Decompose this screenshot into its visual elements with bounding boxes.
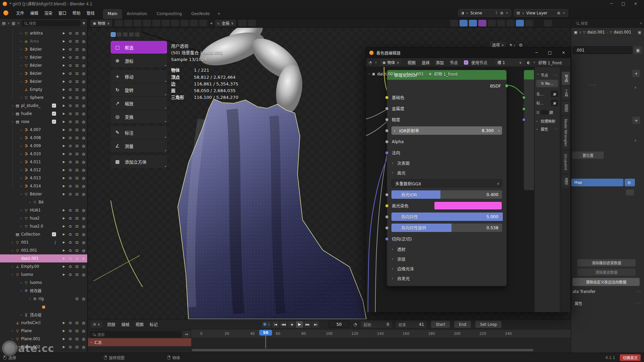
expand-arrow-icon[interactable] <box>19 79 23 84</box>
expand-arrow-icon[interactable] <box>19 168 23 172</box>
selectable-icon[interactable]: ➤ <box>61 39 66 44</box>
disable-viewport-icon[interactable]: ⊡ <box>75 248 79 253</box>
collapse-arrow-icon[interactable]: ◀ <box>210 21 212 25</box>
disable-viewport-icon[interactable]: ⊡ <box>75 321 79 325</box>
expand-arrow-icon[interactable] <box>19 128 23 132</box>
selectable-icon[interactable]: ➤ <box>61 216 66 221</box>
tool-button[interactable]: ▦ 添加立方体 <box>111 155 167 168</box>
output-node-partial[interactable] <box>524 70 534 190</box>
toggle-icon[interactable] <box>111 32 116 37</box>
expand-arrow-icon[interactable] <box>19 289 23 293</box>
disable-render-icon[interactable]: ◎ <box>82 264 86 269</box>
node-panel-header[interactable]: ›节点∷∷ <box>536 72 558 78</box>
color-swatch[interactable] <box>434 201 502 210</box>
node-row[interactable]: 基础色 ‹ › ∨ <box>387 92 506 103</box>
node-row[interactable]: 透射 ‹ › ∨ <box>387 244 506 254</box>
shading-icon[interactable] <box>460 20 468 26</box>
disable-viewport-icon[interactable]: ⊡ <box>75 128 79 132</box>
collection-checkbox[interactable]: ✓ <box>52 232 56 236</box>
hide-eye-icon[interactable]: ⊙ <box>68 55 72 60</box>
outliner-row[interactable]: Plane ✓ ➤ ⊙ ⊡ ◎ <box>0 327 87 335</box>
outliner-row[interactable]: rose ✓ ➤ ⊙ ⊡ ◎ <box>0 118 87 126</box>
disable-render-icon[interactable]: ◎ <box>82 184 86 188</box>
workspace-tab[interactable]: Compositing <box>152 9 186 19</box>
menu-item[interactable]: 渲染 <box>41 9 55 17</box>
outliner-row[interactable]: Bézier ✓ ➤ ⊙ ⊡ ◎ <box>0 77 87 85</box>
expand-arrow-icon[interactable] <box>19 192 23 196</box>
transport-button[interactable]: ▶ <box>296 321 303 328</box>
outliner-row[interactable]: pl_studio_ ✓ ➤ ⊙ ⊡ ◎ <box>0 102 87 110</box>
transform-orientation-selector[interactable]: ∟全局∨ <box>215 20 236 26</box>
shading-icon[interactable] <box>469 20 477 26</box>
expand-arrow-icon[interactable] <box>19 152 23 156</box>
expand-arrow-icon[interactable] <box>28 297 32 301</box>
selectable-icon[interactable]: ➤ <box>61 321 66 325</box>
node-name-field[interactable]: 名...▣ <box>536 90 558 97</box>
node-socket[interactable] <box>385 96 389 99</box>
clear-skin-data-button[interactable]: 清除蒙皮数据 <box>577 268 636 276</box>
editor-type-selector[interactable]: ◔∨ <box>91 321 102 328</box>
expand-arrow-icon[interactable] <box>10 329 15 333</box>
selectable-icon[interactable]: ➤ <box>61 71 66 76</box>
disable-render-icon[interactable]: ◎ <box>82 224 86 229</box>
timeline-scrollbar[interactable] <box>192 349 533 351</box>
outliner-row[interactable]: nurbsCircl ✓ ➤ ⊙ ⊡ ◎ <box>0 319 87 327</box>
disable-render-icon[interactable]: ◎ <box>82 112 86 116</box>
shading-icon[interactable] <box>535 20 543 26</box>
outliner-row[interactable]: ✓ ➤ ⊙ ⊡ ◎ <box>0 303 87 311</box>
node-socket[interactable] <box>385 140 389 143</box>
small-button[interactable] <box>626 189 634 195</box>
hide-eye-icon[interactable]: ⊙ <box>68 192 72 196</box>
snap-icon[interactable] <box>238 20 247 26</box>
expand-arrow-icon[interactable] <box>19 31 23 36</box>
hide-eye-icon[interactable]: ⊙ <box>68 176 72 180</box>
expand-arrow-icon[interactable] <box>19 136 23 140</box>
outliner-row[interactable]: 001 ∫ ✓ ➤ ⊙ ⊡ ◎ <box>0 238 87 246</box>
shading-icon[interactable] <box>544 20 552 26</box>
attributes-panel-header[interactable]: 属性∷∷ <box>575 301 641 306</box>
shading-icon[interactable] <box>516 20 524 26</box>
display-mode-icon[interactable]: ▥ <box>12 21 15 25</box>
auto-key-button[interactable]: ∨ <box>262 321 271 328</box>
outliner-row[interactable]: Collection ✓ ➤ ⊙ ⊡ ◎ <box>0 230 87 238</box>
timeline-menu-item[interactable]: 标记 <box>147 320 161 328</box>
hide-eye-icon[interactable]: ⊙ <box>68 96 72 100</box>
node-row[interactable]: 高光IOR ‹ 0.400 › ∨ <box>387 189 506 200</box>
disable-viewport-icon[interactable]: ⊡ <box>75 112 79 116</box>
shader-editor-window[interactable]: 着色器编辑器 ─ □ × ◔∨ ▣物体∨ 视图选择添加节点 ✓ 使用节点 槽 1… <box>366 47 571 312</box>
disable-viewport-icon[interactable]: ⊡ <box>75 273 79 277</box>
expand-arrow-icon[interactable] <box>19 160 23 164</box>
hide-eye-icon[interactable]: ⊙ <box>68 216 72 221</box>
expand-arrow-icon[interactable] <box>10 104 15 108</box>
hide-eye-icon[interactable]: ⊙ <box>68 248 72 253</box>
node-socket[interactable] <box>385 226 389 230</box>
disable-viewport-icon[interactable]: ⊡ <box>75 297 79 301</box>
node-color-row[interactable]: ☰颜 <box>536 110 558 115</box>
disable-render-icon[interactable]: ◎ <box>82 79 86 84</box>
sidebar-tab[interactable]: 视图 <box>562 101 570 115</box>
selectable-icon[interactable]: ➤ <box>61 224 66 229</box>
outliner-row[interactable]: Bé ✓ ➤ ⊙ ⊡ ◎ <box>0 198 87 206</box>
texture-mapping-panel[interactable]: ›纹理映射 <box>536 118 558 124</box>
outliner-row[interactable]: 4.012 ✓ ➤ ⊙ ⊡ ◎ <box>0 166 87 174</box>
selectable-icon[interactable]: ➤ <box>61 337 66 341</box>
hide-eye-icon[interactable]: ⊙ <box>68 152 72 156</box>
disable-viewport-icon[interactable]: ⊡ <box>75 216 79 221</box>
disable-render-icon[interactable]: ◎ <box>82 248 86 253</box>
hide-eye-icon[interactable]: ⊙ <box>68 273 72 277</box>
filter-dropdown-icon[interactable]: ∨ <box>640 21 642 25</box>
pin-icon[interactable]: ▣ <box>638 30 641 35</box>
disable-viewport-icon[interactable]: ⊡ <box>75 256 79 261</box>
node-socket[interactable] <box>385 118 389 121</box>
selectable-icon[interactable]: ➤ <box>61 192 66 196</box>
tool-button[interactable]: ↻ 旋转 <box>111 83 167 96</box>
toggle-icon[interactable] <box>117 32 122 37</box>
hide-eye-icon[interactable]: ⊙ <box>68 345 72 349</box>
header-tool-icon[interactable] <box>162 20 170 26</box>
outliner-row[interactable]: rig ✓ ➤ ⊙ ⊡ ◎ <box>0 295 87 303</box>
attributes-panel[interactable]: ›属性∷∷ <box>536 126 558 132</box>
disable-render-icon[interactable]: ◎ <box>82 144 86 148</box>
material-preview-icon[interactable]: ◐ <box>527 60 530 65</box>
selectable-icon[interactable]: ➤ <box>61 79 66 84</box>
shading-icon[interactable] <box>506 20 515 26</box>
